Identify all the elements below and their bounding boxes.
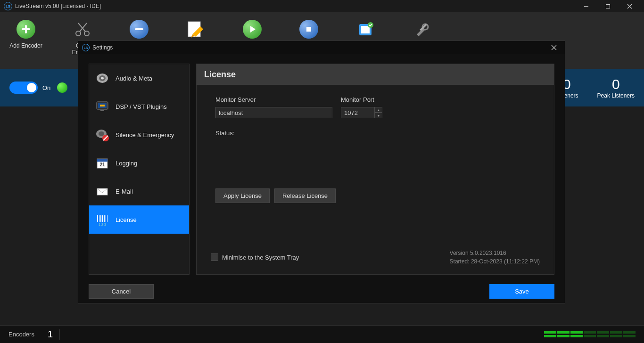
dialog-close-button[interactable] bbox=[547, 43, 561, 52]
window-title: LiveStream v5.00 [Licensed - IDE] bbox=[15, 3, 575, 9]
level-meters bbox=[544, 331, 636, 337]
meter-right bbox=[544, 335, 636, 337]
scissors-icon bbox=[73, 20, 92, 39]
sidebar-item-email[interactable]: E-Mail bbox=[89, 177, 189, 205]
monitor-server-input[interactable] bbox=[215, 107, 332, 118]
separator bbox=[59, 329, 60, 340]
peak-listeners-stat: 0 Peak Listeners bbox=[597, 76, 635, 99]
svg-rect-27 bbox=[100, 110, 104, 111]
on-label: On bbox=[42, 84, 50, 91]
minimise-checkbox[interactable] bbox=[211, 253, 218, 261]
svg-rect-39 bbox=[102, 215, 103, 222]
app-logo-icon: LS bbox=[4, 2, 12, 10]
sidebar-item-label: Audio & Meta bbox=[116, 75, 152, 82]
version-info: Version 5.0.2023.1016 Started: 28-Oct-20… bbox=[450, 249, 540, 266]
status-indicator-icon bbox=[57, 82, 67, 93]
remove-encoder-button[interactable] bbox=[123, 20, 156, 39]
monitor-port-input[interactable] bbox=[341, 107, 375, 118]
dialog-footer: Cancel Save bbox=[78, 279, 565, 303]
add-encoder-button[interactable]: Add Encoder bbox=[9, 20, 42, 49]
svg-point-29 bbox=[99, 131, 104, 136]
maximize-button[interactable] bbox=[597, 0, 619, 12]
svg-rect-36 bbox=[97, 215, 98, 222]
svg-rect-15 bbox=[361, 26, 370, 33]
dialog-title-bar: LS Settings bbox=[78, 41, 565, 54]
minimize-button[interactable] bbox=[575, 0, 597, 12]
stop-button[interactable] bbox=[292, 20, 325, 39]
apply-license-button[interactable]: Apply License bbox=[215, 188, 270, 203]
silence-icon bbox=[95, 127, 110, 142]
meter-left bbox=[544, 331, 636, 334]
speaker-icon bbox=[95, 71, 110, 86]
port-spin-up[interactable]: ▲ bbox=[375, 107, 382, 113]
barcode-icon: 1 2 3 bbox=[95, 212, 110, 227]
sidebar-item-audio-meta[interactable]: Audio & Meta bbox=[89, 64, 189, 92]
sidebar-item-label: License bbox=[116, 216, 137, 223]
encoders-count: 1 bbox=[48, 329, 53, 340]
notebook-icon bbox=[356, 20, 375, 39]
sidebar-item-dsp-vst[interactable]: DSP / VST Plugins bbox=[89, 92, 189, 121]
edit-button[interactable] bbox=[179, 20, 212, 39]
svg-line-8 bbox=[80, 23, 87, 32]
minus-icon bbox=[134, 24, 144, 34]
svg-point-7 bbox=[84, 31, 89, 36]
svg-rect-13 bbox=[306, 27, 311, 32]
encoders-label: Encoders bbox=[8, 331, 34, 338]
mail-icon bbox=[95, 184, 110, 199]
toolbar-label: Add Encoder bbox=[9, 42, 42, 49]
port-spin-down[interactable]: ▼ bbox=[375, 113, 382, 118]
svg-rect-37 bbox=[99, 215, 99, 222]
settings-content: License Monitor Server Monitor Port ▲ ▼ bbox=[196, 64, 554, 275]
svg-text:21: 21 bbox=[99, 162, 105, 167]
title-bar: LS LiveStream v5.00 [Licensed - IDE] bbox=[0, 0, 644, 12]
close-button[interactable] bbox=[619, 0, 640, 12]
sidebar-item-license[interactable]: 1 2 3 License bbox=[89, 205, 189, 234]
calendar-icon: 21 bbox=[95, 155, 110, 171]
content-heading: License bbox=[197, 64, 554, 85]
sidebar-item-silence-emergency[interactable]: Silence & Emergency bbox=[89, 121, 189, 149]
play-icon bbox=[247, 24, 257, 34]
svg-rect-1 bbox=[606, 4, 610, 8]
svg-rect-38 bbox=[100, 215, 101, 222]
svg-line-9 bbox=[78, 23, 85, 32]
monitor-icon bbox=[95, 99, 110, 114]
svg-rect-42 bbox=[107, 215, 107, 222]
wrench-screwdriver-icon bbox=[413, 20, 431, 39]
svg-rect-33 bbox=[97, 159, 107, 162]
settings-sidebar: Audio & Meta DSP / VST Plugins Silence &… bbox=[89, 64, 190, 275]
sidebar-item-label: DSP / VST Plugins bbox=[116, 103, 167, 110]
stop-icon bbox=[304, 24, 314, 34]
status-label: Status: bbox=[215, 130, 535, 137]
svg-rect-26 bbox=[100, 105, 105, 106]
sidebar-item-label: Logging bbox=[116, 160, 137, 167]
sidebar-item-logging[interactable]: 21 Logging bbox=[89, 149, 189, 177]
play-button[interactable] bbox=[236, 20, 269, 39]
minimise-label: Minimise to the System Tray bbox=[222, 254, 299, 261]
on-toggle[interactable] bbox=[9, 82, 38, 94]
release-license-button[interactable]: Release License bbox=[274, 188, 336, 203]
svg-point-6 bbox=[76, 31, 81, 36]
svg-marker-12 bbox=[250, 26, 256, 33]
pencil-icon bbox=[186, 20, 205, 39]
log-button[interactable] bbox=[349, 20, 382, 39]
svg-rect-40 bbox=[104, 215, 105, 222]
svg-rect-41 bbox=[106, 215, 106, 222]
plus-icon bbox=[21, 24, 31, 34]
save-button[interactable]: Save bbox=[489, 284, 554, 299]
dialog-title: Settings bbox=[92, 44, 547, 51]
app-logo-icon: LS bbox=[82, 44, 90, 51]
monitor-port-label: Monitor Port bbox=[341, 96, 382, 103]
bottom-bar: Encoders 1 bbox=[0, 325, 644, 343]
monitor-server-label: Monitor Server bbox=[215, 96, 332, 103]
settings-dialog: LS Settings Audio & Meta DSP / VST Plugi… bbox=[78, 41, 565, 303]
tools-button[interactable] bbox=[405, 20, 438, 39]
sidebar-item-label: E-Mail bbox=[116, 188, 133, 195]
svg-text:1 2 3: 1 2 3 bbox=[99, 223, 106, 226]
cancel-button[interactable]: Cancel bbox=[89, 284, 154, 299]
svg-point-23 bbox=[101, 77, 104, 80]
sidebar-item-label: Silence & Emergency bbox=[116, 131, 174, 139]
